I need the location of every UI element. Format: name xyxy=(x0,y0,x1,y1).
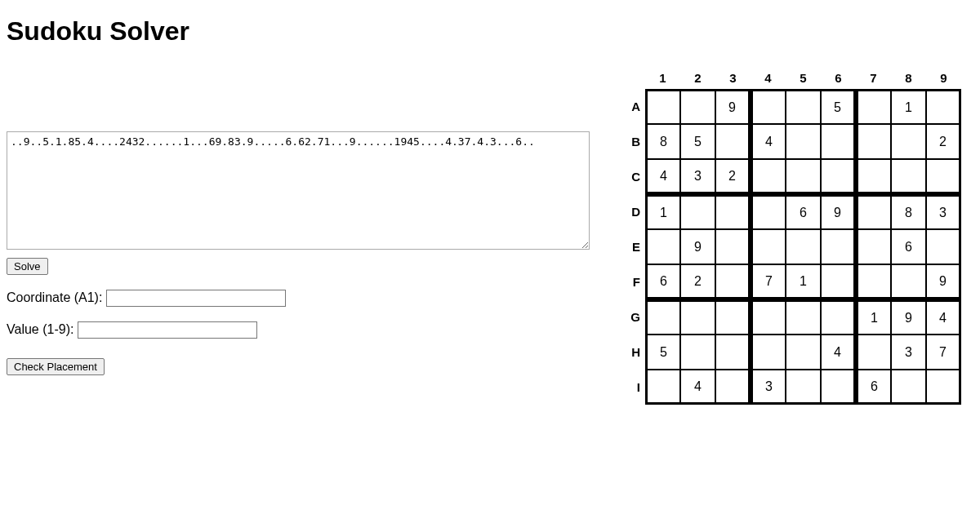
cell-B9: 2 xyxy=(926,124,961,159)
row-label-I: I xyxy=(622,370,645,405)
cell-C5 xyxy=(786,159,821,194)
cell-B8 xyxy=(891,124,926,159)
cell-E1 xyxy=(645,229,680,264)
cell-D5: 6 xyxy=(786,194,821,229)
value-input[interactable] xyxy=(78,321,257,339)
cell-F9: 9 xyxy=(926,264,961,299)
cell-H9: 7 xyxy=(926,335,961,370)
cell-E4 xyxy=(751,229,786,264)
cell-F8 xyxy=(891,264,926,299)
cell-D4 xyxy=(751,194,786,229)
col-label-3: 3 xyxy=(715,66,751,89)
cell-D7 xyxy=(856,194,891,229)
col-label-6: 6 xyxy=(821,66,856,89)
row-label-E: E xyxy=(622,229,645,264)
solve-button[interactable]: Solve xyxy=(7,258,48,275)
cell-F3 xyxy=(715,264,751,299)
cell-D2 xyxy=(680,194,715,229)
cell-H3 xyxy=(715,335,751,370)
cell-A2 xyxy=(680,89,715,124)
cell-G1 xyxy=(645,299,680,335)
cell-B3 xyxy=(715,124,751,159)
cell-D1: 1 xyxy=(645,194,680,229)
coordinate-label: Coordinate (A1): xyxy=(7,290,102,304)
cell-G4 xyxy=(751,299,786,335)
cell-H1: 5 xyxy=(645,335,680,370)
cell-I1 xyxy=(645,370,680,405)
cell-H5 xyxy=(786,335,821,370)
cell-G9: 4 xyxy=(926,299,961,335)
cell-I2: 4 xyxy=(680,370,715,405)
cell-E8: 6 xyxy=(891,229,926,264)
cell-B7 xyxy=(856,124,891,159)
row-label-B: B xyxy=(622,124,645,159)
cell-E5 xyxy=(786,229,821,264)
col-label-2: 2 xyxy=(680,66,715,89)
cell-E2: 9 xyxy=(680,229,715,264)
cell-F6 xyxy=(821,264,856,299)
cell-I5 xyxy=(786,370,821,405)
cell-G2 xyxy=(680,299,715,335)
cell-G3 xyxy=(715,299,751,335)
cell-D3 xyxy=(715,194,751,229)
coordinate-input[interactable] xyxy=(106,290,286,307)
col-label-5: 5 xyxy=(786,66,821,89)
cell-B5 xyxy=(786,124,821,159)
cell-H6: 4 xyxy=(821,335,856,370)
row-label-A: A xyxy=(622,89,645,124)
cell-F7 xyxy=(856,264,891,299)
cell-A9 xyxy=(926,89,961,124)
cell-A5 xyxy=(786,89,821,124)
cell-A4 xyxy=(751,89,786,124)
cell-C4 xyxy=(751,159,786,194)
cell-A3: 9 xyxy=(715,89,751,124)
cell-F4: 7 xyxy=(751,264,786,299)
col-label-7: 7 xyxy=(856,66,891,89)
row-label-G: G xyxy=(622,299,645,335)
cell-B4: 4 xyxy=(751,124,786,159)
cell-F2: 2 xyxy=(680,264,715,299)
cell-C3: 2 xyxy=(715,159,751,194)
row-label-H: H xyxy=(622,335,645,370)
row-label-D: D xyxy=(622,194,645,229)
cell-C9 xyxy=(926,159,961,194)
cell-C2: 3 xyxy=(680,159,715,194)
cell-E9 xyxy=(926,229,961,264)
cell-A1 xyxy=(645,89,680,124)
cell-E6 xyxy=(821,229,856,264)
col-label-1: 1 xyxy=(645,66,680,89)
cell-D8: 8 xyxy=(891,194,926,229)
cell-E7 xyxy=(856,229,891,264)
cell-D6: 9 xyxy=(821,194,856,229)
cell-H8: 3 xyxy=(891,335,926,370)
cell-C7 xyxy=(856,159,891,194)
cell-G7: 1 xyxy=(856,299,891,335)
cell-F1: 6 xyxy=(645,264,680,299)
cell-I4: 3 xyxy=(751,370,786,405)
cell-G8: 9 xyxy=(891,299,926,335)
sudoku-grid: 123456789A951B8542C432D16983E96F62719G19… xyxy=(622,66,965,405)
cell-C8 xyxy=(891,159,926,194)
cell-B6 xyxy=(821,124,856,159)
col-label-8: 8 xyxy=(891,66,926,89)
cell-I6 xyxy=(821,370,856,405)
check-placement-button[interactable]: Check Placement xyxy=(7,358,105,375)
cell-A7 xyxy=(856,89,891,124)
cell-I8 xyxy=(891,370,926,405)
cell-F5: 1 xyxy=(786,264,821,299)
cell-C1: 4 xyxy=(645,159,680,194)
cell-D9: 3 xyxy=(926,194,961,229)
col-label-4: 4 xyxy=(751,66,786,89)
cell-A8: 1 xyxy=(891,89,926,124)
cell-A6: 5 xyxy=(821,89,856,124)
cell-H7 xyxy=(856,335,891,370)
cell-E3 xyxy=(715,229,751,264)
cell-H2 xyxy=(680,335,715,370)
puzzle-input-textarea[interactable] xyxy=(7,131,590,250)
value-label: Value (1-9): xyxy=(7,322,74,336)
cell-G5 xyxy=(786,299,821,335)
cell-I3 xyxy=(715,370,751,405)
col-label-9: 9 xyxy=(926,66,961,89)
row-label-F: F xyxy=(622,264,645,299)
cell-I7: 6 xyxy=(856,370,891,405)
